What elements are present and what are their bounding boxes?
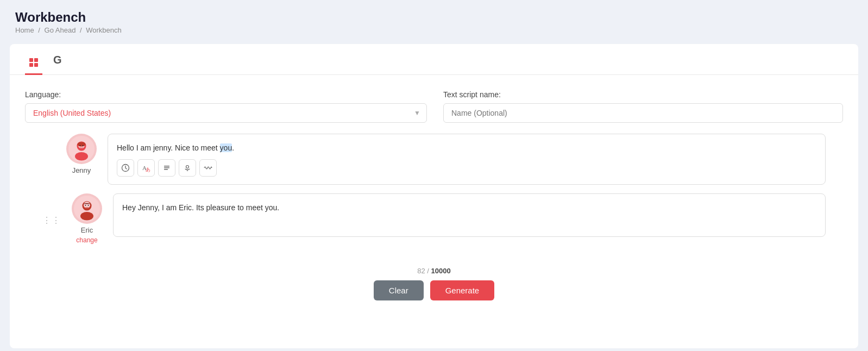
conversations-section: Jenny Hello I am jenny. Nice to meet you…	[10, 123, 858, 258]
clock-icon-btn[interactable]	[117, 159, 134, 177]
svg-point-5	[79, 145, 80, 146]
breadcrumb-parent[interactable]: Go Ahead	[45, 26, 76, 34]
svg-rect-12	[164, 169, 168, 170]
jenny-text-highlight: you	[220, 143, 232, 152]
jenny-text-box[interactable]: Hello I am jenny. Nice to meet you. Aあ	[108, 134, 826, 185]
eric-text-content: Hey Jenny, I am Eric. Its pleasure to me…	[122, 202, 816, 214]
tab-g[interactable]: G	[49, 45, 66, 74]
language-group: Language: English (United States)Spanish…	[25, 90, 427, 123]
tabs-bar: G	[10, 44, 858, 75]
conversation-row-jenny: Jenny Hello I am jenny. Nice to meet you…	[42, 134, 826, 185]
char-current: 82	[417, 267, 425, 275]
main-card: G Language: English (United States)Spani…	[10, 44, 858, 348]
footer-bar: 82 / 10000 Clear Generate	[10, 258, 858, 303]
breadcrumb: Home / Go Ahead / Workbench	[15, 26, 853, 34]
svg-point-4	[77, 142, 85, 147]
jenny-text-content: Hello I am jenny. Nice to meet you.	[117, 142, 816, 154]
name-group: Text script name:	[443, 90, 843, 123]
header: Workbench Home / Go Ahead / Workbench	[0, 0, 868, 39]
svg-point-2	[75, 152, 88, 160]
conversation-row-eric: ⋮⋮ Eric change	[42, 193, 826, 244]
generate-button[interactable]: Generate	[430, 280, 495, 300]
svg-rect-11	[164, 167, 169, 168]
name-label: Text script name:	[443, 90, 843, 99]
char-separator: /	[427, 267, 431, 275]
eric-avatar	[72, 193, 102, 224]
svg-rect-10	[164, 166, 169, 167]
svg-point-13	[186, 166, 189, 168]
svg-point-18	[84, 202, 90, 209]
language-select[interactable]: English (United States)SpanishFrenchGerm…	[25, 103, 427, 123]
language-select-wrapper: English (United States)SpanishFrenchGerm…	[25, 103, 427, 123]
clear-button[interactable]: Clear	[374, 280, 424, 300]
jenny-text-after: .	[232, 143, 234, 152]
char-count: 82 / 10000	[417, 267, 450, 275]
char-max: 10000	[431, 267, 451, 275]
svg-point-17	[80, 212, 93, 220]
svg-point-6	[83, 145, 84, 146]
language-label: Language:	[25, 90, 427, 99]
form-section: Language: English (United States)Spanish…	[10, 75, 858, 123]
eric-text-box[interactable]: Hey Jenny, I am Eric. Its pleasure to me…	[113, 193, 826, 237]
jenny-toolbar: Aあ	[117, 159, 816, 177]
eric-change-link[interactable]: change	[76, 236, 97, 244]
svg-point-19	[85, 205, 86, 206]
translate-icon-btn[interactable]: Aあ	[137, 159, 155, 177]
list-icon-btn[interactable]	[158, 159, 175, 177]
jenny-name: Jenny	[72, 166, 91, 174]
breadcrumb-home[interactable]: Home	[15, 26, 34, 34]
wave-icon-btn[interactable]	[199, 159, 217, 177]
action-buttons: Clear Generate	[374, 280, 494, 300]
jenny-avatar-wrap: Jenny	[64, 134, 99, 174]
eric-name: Eric	[81, 226, 93, 234]
jenny-text-before: Hello I am jenny. Nice to meet	[117, 143, 220, 152]
grid-icon	[29, 58, 38, 67]
voice-icon-btn[interactable]	[179, 159, 196, 177]
svg-point-20	[88, 205, 89, 206]
page-title: Workbench	[15, 10, 853, 25]
eric-avatar-wrap: Eric change	[70, 193, 104, 244]
script-name-input[interactable]	[443, 103, 843, 123]
svg-text:あ: あ	[146, 167, 150, 172]
breadcrumb-current: Workbench	[86, 26, 122, 34]
g-icon: G	[53, 54, 62, 66]
jenny-avatar	[66, 134, 97, 164]
tab-grid[interactable]	[25, 45, 42, 75]
drag-handle-eric[interactable]: ⋮⋮	[42, 193, 61, 225]
